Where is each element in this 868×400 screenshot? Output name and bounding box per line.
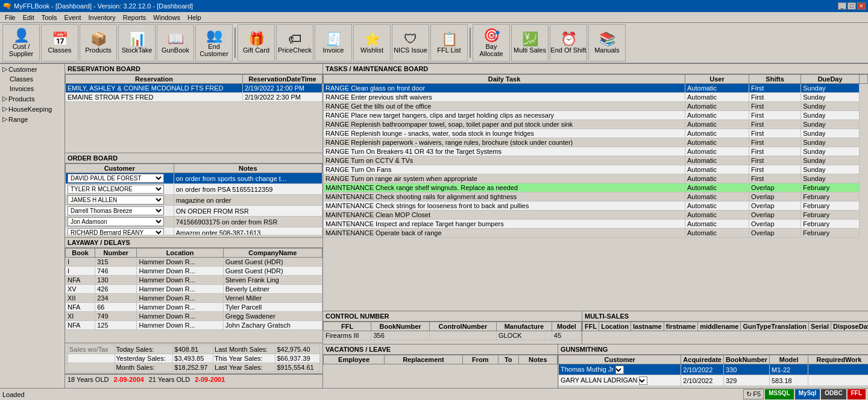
- toolbar-end-of-shift[interactable]: ⏰ End Of Shift: [550, 24, 587, 62]
- table-row[interactable]: MAINTENANCE Check strings for looseness …: [324, 202, 868, 211]
- toolbar-price-check[interactable]: 🏷 PriceCheck: [276, 24, 313, 62]
- toolbar-end-customer[interactable]: 👥 End Customer: [195, 24, 233, 62]
- table-row[interactable]: RANGE Turn On Breakers 41 OR 43 for the …: [324, 147, 868, 156]
- sidebar-item-invoices[interactable]: Invoices: [7, 84, 64, 94]
- table-row[interactable]: MAINTENANCE Check range shelf wingnuts. …: [324, 183, 868, 192]
- table-row[interactable]: TYLER R MCLEMORE on order from PSA 51655…: [66, 184, 322, 195]
- table-row[interactable]: MARK A CRONENWETH ▼ 2/8/2022 328 66: [559, 386, 869, 388]
- task-user: Automatic: [685, 165, 749, 174]
- gs-customer-select[interactable]: ▼: [615, 366, 624, 374]
- toolbar-gunbook[interactable]: 📖 GunBook: [157, 24, 194, 62]
- table-row[interactable]: Jon Adamson 741566903175 on order from R…: [66, 217, 322, 227]
- table-row[interactable]: Darrell Thomas Breeze ON ORDER FROM RSR: [66, 206, 322, 217]
- table-row[interactable]: GARY ALLAN LADRIGAN ▼ 2/10/2022 329 583.…: [559, 375, 869, 386]
- menu-reports[interactable]: Reports: [119, 13, 150, 22]
- table-row[interactable]: Firearms III 356 GLOCK 45: [324, 331, 582, 340]
- toolbar: 👤 Cust / Supplier 📅 Classes 📦 Products 📊…: [0, 23, 868, 64]
- table-row[interactable]: XI 749 Hammer Down R... Gregg Swadener: [66, 312, 322, 321]
- menu-event[interactable]: Event: [60, 13, 84, 22]
- sidebar-item-range[interactable]: ▷ Range: [0, 114, 64, 124]
- customer-select[interactable]: TYLER R MCLEMORE: [68, 185, 164, 194]
- table-row[interactable]: MAINTENANCE Operate back of range Automa…: [324, 229, 868, 238]
- minimize-button[interactable]: _: [838, 2, 846, 10]
- task-shifts: First: [749, 93, 800, 102]
- table-row[interactable]: NFA 66 Hammer Down R... Tyler Parcell: [66, 303, 322, 312]
- menu-inventory[interactable]: Inventory: [85, 13, 119, 22]
- menu-tools[interactable]: Tools: [38, 13, 61, 22]
- sidebar-item-classes[interactable]: Classes: [7, 74, 64, 84]
- gs-model: M1-22: [769, 364, 808, 375]
- customer-select[interactable]: Jon Adamson: [68, 217, 164, 226]
- toolbar-multi-sales[interactable]: 💹 Multi Sales: [511, 24, 549, 62]
- ms-lastname-col: lastname: [631, 322, 664, 331]
- menu-windows[interactable]: Windows: [149, 13, 184, 22]
- sidebar-item-housekeeping[interactable]: ▷ HouseKeeping: [0, 104, 64, 114]
- table-row[interactable]: MAINTENANCE Clean MOP Closet Automatic O…: [324, 211, 868, 220]
- table-row[interactable]: RANGE Turn on CCTV & TVs Automatic First…: [324, 156, 868, 165]
- f5-button[interactable]: ↻ F5: [743, 389, 764, 399]
- table-row[interactable]: I 315 Hammer Down R... Guest Guest (HDR): [66, 258, 322, 267]
- task-user: Automatic: [685, 183, 749, 192]
- table-row[interactable]: JAMES H ALLEN magazine on order: [66, 195, 322, 206]
- multi-sales-header: MULTI-SALES: [582, 311, 868, 322]
- table-row[interactable]: RANGE Turn On Fans Automatic First Sunda…: [324, 165, 868, 174]
- customer-select[interactable]: JAMES H ALLEN: [68, 195, 164, 205]
- table-row[interactable]: RICHARD Bernard REANY Amazon order 508-3…: [66, 227, 322, 235]
- sidebar-item-products[interactable]: ▷ Products: [0, 94, 64, 104]
- reservation-name: EMAINE STROIA FTS FRED: [66, 93, 243, 102]
- menu-help[interactable]: Help: [184, 13, 205, 22]
- toolbar-cust-supplier[interactable]: 👤 Cust / Supplier: [2, 24, 40, 62]
- vac-to-col: To: [498, 355, 518, 364]
- gs-requiredwork: [808, 386, 868, 388]
- task-shifts: First: [749, 165, 800, 174]
- gs-customer-col: Customer: [559, 355, 681, 364]
- toolbar-stocktake[interactable]: 📊 StockTake: [118, 24, 156, 62]
- sidebar-item-customer[interactable]: ▷ Customer: [0, 64, 64, 74]
- task-user: Automatic: [685, 138, 749, 147]
- table-row[interactable]: RANGE Clean glass on front door Automati…: [324, 84, 868, 93]
- menu-file[interactable]: File: [1, 13, 19, 22]
- task-name: RANGE Turn On Fans: [324, 165, 685, 174]
- toolbar-wishlist[interactable]: ⭐ Wishlist: [353, 24, 391, 62]
- maximize-button[interactable]: □: [848, 2, 856, 10]
- table-row[interactable]: RANGE Enter previous shift waivers Autom…: [324, 93, 868, 102]
- toolbar-bay-allocate[interactable]: 🎯 Bay Allocate: [473, 24, 510, 62]
- close-button[interactable]: ✕: [857, 2, 866, 10]
- cn-ffl: Firearms III: [324, 331, 371, 340]
- toolbar-ffl-list[interactable]: 📋 FFL List: [430, 24, 468, 62]
- table-row[interactable]: NFA 125 Hammer Down R... John Zachary Gr…: [66, 321, 322, 330]
- table-row[interactable]: RANGE Place new target hangers, clips an…: [324, 111, 868, 120]
- customer-select[interactable]: RICHARD Bernard REANY: [68, 228, 164, 235]
- table-row[interactable]: RANGE Turn on range air system when appr…: [324, 174, 868, 183]
- toolbar-products[interactable]: 📦 Products: [80, 24, 117, 62]
- customer-select[interactable]: DAVID PAUL DE FOREST: [68, 174, 164, 183]
- table-row[interactable]: NFA 130 Hammer Down R... Steven Frank Li…: [66, 276, 322, 285]
- table-row[interactable]: RANGE Replenish lounge - snacks, water, …: [324, 129, 868, 138]
- table-row[interactable]: DAVID PAUL DE FOREST on order from sport…: [66, 173, 322, 184]
- customer-select[interactable]: Darrell Thomas Breeze: [68, 206, 164, 215]
- table-row[interactable]: MAINTENANCE Check shooting rails for ali…: [324, 192, 868, 202]
- table-row[interactable]: I 746 Hammer Down R... Guest Guest (HDR): [66, 267, 322, 276]
- table-row[interactable]: EMAINE STROIA FTS FRED 2/19/2022 2:30 PM: [66, 93, 322, 102]
- table-row[interactable]: MAINTENANCE Inspect and replace Target h…: [324, 220, 868, 229]
- order-table: Customer Notes DAVID PAUL DE FOREST: [65, 163, 322, 235]
- toolbar-gift-card[interactable]: 🎁 Gift Card: [237, 24, 275, 62]
- table-row[interactable]: XII 234 Hammer Down R... Vernel Miller: [66, 294, 322, 303]
- table-row[interactable]: RANGE Get the tills out of the office Au…: [324, 102, 868, 111]
- toolbar-classes[interactable]: 📅 Classes: [41, 24, 78, 62]
- toolbar-invoice[interactable]: 🧾 Invoice: [315, 24, 352, 62]
- sales-stats: Sales wo/Tax Today Sales: $408.81 Last M…: [65, 343, 322, 374]
- table-row[interactable]: RANGE Replenish bathroompaper towel, soa…: [324, 120, 868, 129]
- table-row[interactable]: XV 426 Hammer Down R... Beverly Leitner: [66, 285, 322, 294]
- layaway-book: NFA: [66, 321, 95, 330]
- table-row[interactable]: EMILY, ASHLEY & CONNIE MCDONALD FTS FRED…: [66, 84, 322, 93]
- table-row[interactable]: Thomas Muthig Jr ▼ 2/10/2022 330 M1-22: [559, 364, 869, 375]
- menu-edit[interactable]: Edit: [19, 13, 38, 22]
- table-row[interactable]: RANGE Replenish paperwork - waivers, ran…: [324, 138, 868, 147]
- gs-customer-select[interactable]: ▼: [637, 387, 646, 388]
- gs-model: 583.18: [769, 375, 808, 386]
- toolbar-nics-issue[interactable]: 🛡 NICS Issue: [392, 24, 429, 62]
- gs-customer-select[interactable]: ▼: [639, 376, 647, 385]
- toolbar-manuals[interactable]: 📚 Manuals: [588, 24, 626, 62]
- order-board: ORDER BOARD Customer Notes: [65, 153, 322, 238]
